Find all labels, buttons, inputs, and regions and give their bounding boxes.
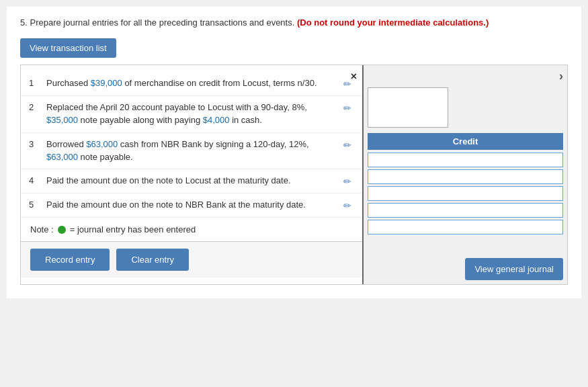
list-item: 2 Replaced the April 20 account payable … xyxy=(21,96,362,133)
edit-icon-5[interactable]: ✏ xyxy=(343,200,351,211)
view-general-journal-button[interactable]: View general journal xyxy=(465,258,563,280)
item-number-1: 1 xyxy=(29,78,42,88)
item-number-4: 4 xyxy=(29,175,42,185)
journal-row-5[interactable] xyxy=(368,220,563,234)
page-container: 5. Prepare journal entries for all the p… xyxy=(7,7,581,298)
item-number-5: 5 xyxy=(29,200,42,210)
list-item: 4 Paid the amount due on the note to Loc… xyxy=(21,169,362,194)
instruction-warning: (Do not round your intermediate calculat… xyxy=(297,17,489,28)
edit-icon-3[interactable]: ✏ xyxy=(343,140,351,150)
item-text-3: Borrowed $63,000 cash from NBR Bank by s… xyxy=(46,138,338,164)
journal-panel: › Credit View general journal xyxy=(364,65,567,284)
edit-icon-4[interactable]: ✏ xyxy=(343,176,351,187)
journal-row-3[interactable] xyxy=(368,186,563,201)
instruction-text: 5. Prepare journal entries for all the p… xyxy=(20,17,568,29)
journal-row-2[interactable] xyxy=(368,169,563,184)
clear-entry-button[interactable]: Clear entry xyxy=(116,249,189,271)
item-text-1: Purchased $39,000 of merchandise on cred… xyxy=(46,77,338,90)
item-text-2: Replaced the April 20 account payable to… xyxy=(46,101,338,127)
instruction-number: 5. xyxy=(20,17,28,28)
journal-rows xyxy=(368,153,563,234)
journal-row-4[interactable] xyxy=(368,203,563,218)
journal-input-box[interactable] xyxy=(368,87,448,128)
credit-label: Credit xyxy=(368,133,563,150)
main-content-area: × 1 Purchased $39,000 of merchandise on … xyxy=(20,64,568,285)
list-item: 1 Purchased $39,000 of merchandise on cr… xyxy=(21,72,362,96)
note-text: = journal entry has been entered xyxy=(70,224,196,234)
chevron-right-icon[interactable]: › xyxy=(559,69,563,83)
record-entry-button[interactable]: Record entry xyxy=(30,249,110,271)
item-number-3: 3 xyxy=(29,139,42,149)
item-text-4: Paid the amount due on the note to Locus… xyxy=(46,175,338,187)
list-item: 3 Borrowed $63,000 cash from NBR Bank by… xyxy=(21,133,362,170)
edit-icon-2[interactable]: ✏ xyxy=(343,103,351,114)
instruction-body: Prepare journal entries for all the prec… xyxy=(30,17,294,28)
view-transaction-button[interactable]: View transaction list xyxy=(20,38,116,58)
green-dot-icon xyxy=(58,226,66,234)
transaction-panel: × 1 Purchased $39,000 of merchandise on … xyxy=(21,65,364,284)
note-row: Note : = journal entry has been entered xyxy=(21,218,362,241)
list-item: 5 Paid the amount due on the note to NBR… xyxy=(21,194,362,218)
bottom-buttons-left: Record entry Clear entry xyxy=(21,241,362,277)
journal-header: › xyxy=(368,69,563,83)
item-text-5: Paid the amount due on the note to NBR B… xyxy=(46,199,338,212)
item-number-2: 2 xyxy=(29,102,42,112)
note-prefix: Note : xyxy=(30,224,54,234)
journal-row-1[interactable] xyxy=(368,153,563,167)
close-button[interactable]: × xyxy=(351,71,357,83)
